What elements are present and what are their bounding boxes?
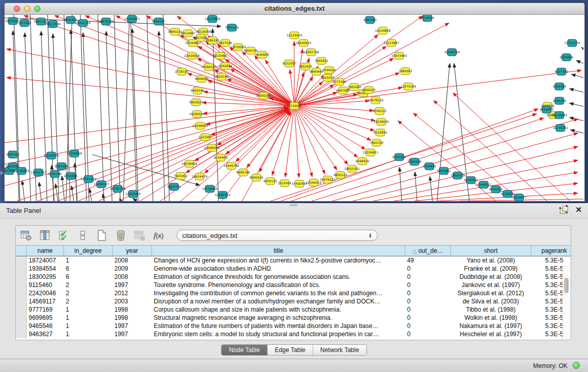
graph-node[interactable]: 1209385 [553, 83, 567, 90]
table-row[interactable]: 977716911998Corpus callosum shape and si… [16, 305, 571, 314]
column-header-gutter[interactable] [16, 246, 27, 256]
graph-node[interactable]: 9890444 [310, 68, 323, 75]
column-header-out_degree[interactable]: △out_de… [405, 246, 451, 256]
graph-node[interactable]: 12125419 [287, 32, 302, 39]
graph-node[interactable]: 16039468 [182, 160, 198, 167]
row-height-icon[interactable] [77, 229, 89, 242]
graph-node[interactable]: 2087682 [363, 16, 377, 24]
column-header-in_degree[interactable]: in_degree [64, 246, 113, 256]
graph-node[interactable]: 16958107 [94, 181, 110, 188]
graph-node[interactable]: 9246810 [356, 158, 369, 165]
graph-node[interactable]: 8960123 [168, 28, 182, 35]
table-select-dropdown[interactable]: citations_edges.txt ▲▼ [177, 230, 378, 241]
graph-node[interactable]: 19025871 [124, 15, 140, 23]
graph-node[interactable]: 9794024 [322, 67, 336, 74]
column-header-title[interactable]: title [152, 246, 405, 256]
table-row[interactable]: 969969511998Structural magnetic resonanc… [16, 314, 571, 322]
graph-node[interactable]: 8996919 [250, 174, 264, 181]
graph-node[interactable]: 16543862 [185, 39, 201, 47]
graph-node[interactable]: 12213987 [384, 39, 400, 47]
graph-node[interactable]: 1515455 [278, 180, 292, 187]
graph-node[interactable]: 7485063 [399, 68, 412, 75]
graph-node[interactable]: 18640910 [296, 39, 312, 47]
graph-node[interactable]: 8740213 [373, 107, 387, 115]
table-row[interactable]: 911546021997Tourette syndrome. Phenomeno… [16, 281, 571, 289]
table-row[interactable]: 1938455462009Genome-wide association stu… [16, 265, 571, 273]
graph-node[interactable]: 15678120 [368, 97, 384, 104]
graph-node[interactable]: 1694935 [423, 163, 437, 170]
graph-node[interactable]: 15751074 [564, 39, 580, 47]
graph-node[interactable]: 1145194 [48, 170, 62, 178]
column-header-name[interactable]: name [27, 246, 64, 256]
graph-node[interactable]: 9465546 [191, 87, 205, 94]
table-settings-icon[interactable] [20, 229, 32, 242]
graph-node[interactable]: 8995798 [236, 169, 250, 176]
graph-node[interactable]: 2718120 [175, 68, 189, 75]
graph-node[interactable]: 9850123 [334, 171, 347, 179]
graph-node[interactable]: 1892530 [451, 172, 465, 179]
delete-table-icon[interactable] [115, 229, 127, 242]
table-vertical-scrollbar[interactable] [562, 266, 570, 340]
graph-node[interactable]: 1244415 [553, 97, 567, 104]
graph-node[interactable]: 7955812 [315, 57, 329, 64]
graph-node[interactable]: 16033809 [205, 15, 221, 23]
graph-node[interactable]: 9505135 [264, 178, 277, 185]
table-row[interactable]: 2242004622012Investigating the contribut… [16, 289, 571, 297]
graph-node[interactable]: 6791902 [393, 154, 406, 161]
graph-node[interactable]: 18925301 [344, 165, 360, 172]
graph-node[interactable]: 14569117 [201, 63, 217, 71]
table-row[interactable]: 946362711997Embryonic stem cells: a mode… [16, 330, 571, 338]
graph-node[interactable]: 2803144 [215, 73, 229, 80]
graph-node[interactable]: 9354188 [408, 158, 422, 165]
graph-node[interactable]: 16249035 [374, 118, 389, 125]
graph-node[interactable]: 10973493 [391, 52, 407, 59]
graph-node[interactable]: 15034921 [363, 149, 379, 156]
column-header-year[interactable]: year [113, 246, 152, 256]
graph-node[interactable]: 16875234 [98, 18, 114, 25]
column-selector-icon[interactable] [39, 229, 51, 242]
graph-node[interactable]: 19384554 [189, 111, 205, 118]
table-row[interactable]: 1830029562008Estimation of significance … [16, 273, 571, 281]
tab-network-table[interactable]: Network Table [313, 345, 366, 355]
table-row[interactable]: 1456911722003Disruption of a novel membe… [16, 297, 571, 305]
new-table-icon[interactable] [96, 229, 108, 242]
function-builder-icon[interactable]: f(x) [153, 229, 165, 242]
graph-node[interactable]: 16914479 [192, 173, 208, 180]
graph-node[interactable]: 16976132 [320, 176, 336, 183]
graph-node[interactable]: 16648784 [444, 49, 460, 56]
column-header-pagerank[interactable]: pagerank [531, 246, 571, 256]
graph-node[interactable]: 15492494 [292, 180, 308, 187]
graph-node[interactable]: 1904662 [437, 167, 451, 174]
graph-node[interactable]: 11548936 [192, 122, 208, 129]
graph-node[interactable]: 9463627 [189, 99, 203, 106]
graph-node[interactable]: 16154808 [375, 27, 391, 34]
graph-node[interactable]: 6497568 [336, 87, 350, 94]
float-panel-icon[interactable] [560, 206, 568, 214]
graph-node[interactable]: 15496485 [204, 144, 220, 151]
graph-node[interactable]: 15716485 [202, 185, 218, 192]
graph-node[interactable]: 12684354 [215, 191, 231, 199]
graph-node[interactable]: 1562615 [299, 63, 313, 70]
graph-node[interactable]: 1527602 [18, 19, 32, 27]
graph-node[interactable]: 7857224 [225, 24, 239, 31]
panel-collapse-arrow[interactable] [1, 171, 4, 175]
select-columns-icon[interactable] [58, 229, 70, 242]
panel-splitter-handle[interactable] [290, 204, 298, 206]
memory-status-indicator[interactable] [573, 362, 580, 369]
graph-node[interactable]: 12975185 [401, 83, 417, 90]
graph-node[interactable]: 9133854 [374, 129, 387, 136]
network-svg[interactable]: 1872400789601238912995182260589827508818… [5, 15, 583, 201]
network-view-window[interactable]: citations_edges.txt 18724007896012389129… [4, 3, 585, 202]
graph-node[interactable]: 9699695 [195, 75, 209, 82]
graph-node[interactable]: 9227342 [555, 68, 569, 75]
graph-node[interactable]: 15052760 [75, 19, 91, 27]
scrollbar-thumb[interactable] [564, 278, 569, 293]
graph-node[interactable]: 9329966 [560, 54, 574, 61]
tab-edge-table[interactable]: Edge Table [267, 345, 313, 355]
table-row[interactable]: 946554611997Estimation of the future num… [16, 322, 571, 330]
graph-node[interactable]: 10735231 [553, 124, 569, 132]
graph-node[interactable]: 20613109 [45, 20, 61, 28]
graph-node[interactable]: 8813054 [421, 15, 434, 21]
graph-node[interactable]: 7962310 [370, 139, 384, 146]
graph-node[interactable]: 9146828 [255, 51, 269, 58]
